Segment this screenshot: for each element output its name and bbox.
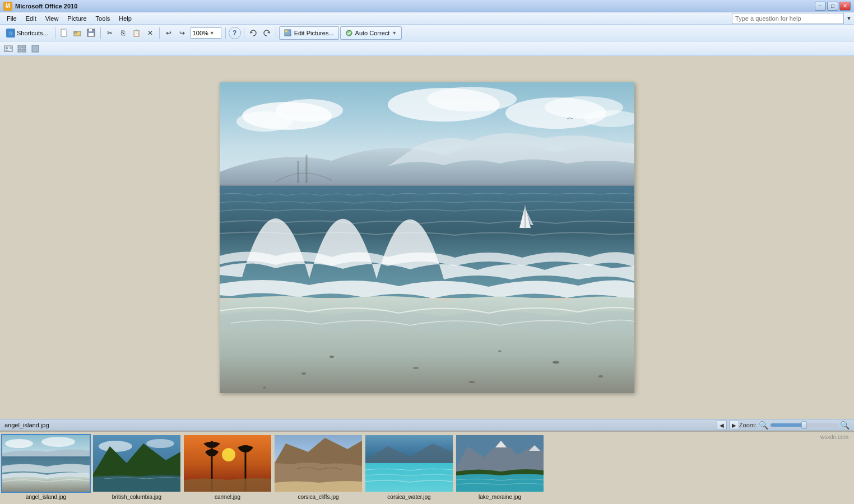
paste-button[interactable]: 📋 [131,27,143,39]
shortcuts-button[interactable]: ☆ Shortcuts... [2,27,52,39]
toolbar-main: ☆ Shortcuts... ✂ ⎘ 📋 ✕ ↩ ↪ 100% [0,25,854,41]
delete-button[interactable]: ✕ [144,27,156,39]
menu-view[interactable]: View [41,14,63,23]
svg-point-38 [498,350,502,352]
thumbnail-corsica-cliffs[interactable]: corsica_cliffs.jpg [273,434,363,500]
new-button[interactable] [58,27,71,39]
zoom-out-button[interactable]: 🔍 [759,421,768,430]
separator-2 [100,27,101,39]
svg-point-36 [329,356,334,358]
title-bar: M Microsoft Office 2010 − □ ✕ [0,0,854,12]
save-button[interactable] [85,27,98,39]
zoom-value: 100% [193,30,208,36]
help-dropdown-icon[interactable]: ▼ [846,15,852,21]
separator-6 [276,27,276,39]
undo-button[interactable]: ↩ [163,27,175,39]
toolbar2-btn1[interactable] [2,43,15,55]
thumb-label-british-columbia: british_columbia.jpg [112,494,161,500]
toolbar-secondary [0,41,854,56]
thumb-svg-angel-island [2,435,90,492]
toolbar2-btn3[interactable] [29,43,41,55]
thumb-svg-lake-moraine [456,435,544,492]
minimize-button[interactable]: − [815,2,826,11]
thumb-svg-british-columbia [93,435,180,492]
redo-button[interactable]: ↪ [176,27,188,39]
svg-point-24 [236,111,293,132]
thumbnail-carmel[interactable]: carmel.jpg [183,434,272,500]
separator-1 [55,27,55,39]
menu-help[interactable]: Help [114,14,136,23]
thumb-img-corsica-water [364,434,454,493]
thumb-svg-carmel [184,435,271,492]
shortcuts-icon: ☆ [6,29,15,38]
menu-picture[interactable]: Picture [63,14,91,23]
thumb-img-carmel [183,434,272,493]
menu-file[interactable]: File [2,14,21,23]
edit-pictures-icon [284,29,292,37]
app-icon: M [3,2,12,11]
svg-rect-6 [89,33,94,36]
thumbnail-british-columbia[interactable]: british_columbia.jpg [92,434,182,500]
rotate-right-button[interactable] [261,27,273,39]
window-title: Microsoft Office 2010 [15,3,815,10]
cut-button[interactable]: ✂ [104,27,116,39]
thumbnail-angel-island[interactable]: angel_island.jpg [1,434,91,500]
close-button[interactable]: ✕ [839,2,851,11]
svg-point-26 [427,87,517,111]
copy-button[interactable]: ⎘ [117,27,129,39]
zoom-thumb[interactable] [801,421,807,429]
watermark: wsxdn.com [820,434,848,440]
navigation-controls: ◀ ▶ [717,420,739,430]
svg-point-52 [222,448,235,461]
thumb-label-carmel: carmel.jpg [215,494,240,500]
menu-tools[interactable]: Tools [91,14,115,23]
separator-4 [225,27,226,39]
open-button[interactable] [72,27,84,39]
restore-button[interactable]: □ [827,2,838,11]
svg-point-41 [469,381,475,383]
svg-point-43 [263,386,266,388]
watermark-area: wsxdn.com [546,434,853,440]
zoom-box[interactable]: 100% ▼ [191,27,221,39]
svg-point-49 [99,441,132,452]
menu-edit[interactable]: Edit [21,14,41,23]
auto-correct-dropdown[interactable]: ▼ [392,30,397,36]
svg-rect-18 [18,49,21,52]
shortcuts-label: Shortcuts... [17,30,48,36]
svg-rect-19 [22,49,26,52]
edit-pictures-button[interactable]: Edit Pictures... [279,26,339,40]
svg-marker-7 [250,31,253,34]
help-input[interactable] [732,13,844,24]
zoom-controls: Zoom: 🔍 🔍 [739,421,850,430]
svg-point-42 [598,375,603,377]
help-button[interactable]: ? [229,27,241,39]
layout-icon [17,45,26,53]
zoom-dropdown-icon[interactable]: ▼ [210,30,215,36]
svg-rect-1 [65,29,67,31]
svg-point-45 [5,439,33,448]
rotate-left-button[interactable] [247,27,259,39]
rotate-right-icon [262,29,271,38]
nav-prev-button[interactable]: ◀ [717,420,727,430]
toolbar2-btn2[interactable] [16,43,28,55]
zoom-slider[interactable] [771,423,838,427]
edit-pictures-label: Edit Pictures... [294,30,334,36]
thumbnail-strip: angel_island.jpg [0,431,854,504]
thumb-img-british-columbia [92,434,182,493]
single-icon [31,45,40,53]
svg-point-37 [413,367,419,369]
thumb-label-corsica-water: corsica_water.jpg [387,494,430,500]
svg-point-13 [6,47,8,49]
thumbnail-corsica-water[interactable]: corsica_water.jpg [364,434,454,500]
main-image-svg [220,82,634,393]
status-bar: angel_island.jpg ◀ ▶ Zoom: 🔍 🔍 [0,419,854,431]
zoom-in-button[interactable]: 🔍 [840,421,850,430]
zoom-label: Zoom: [739,422,756,428]
auto-correct-button[interactable]: Auto Correct ▼ [340,26,402,40]
nav-next-button[interactable]: ▶ [729,420,739,430]
separator-5 [244,27,244,39]
thumbnail-lake-moraine[interactable]: lake_moraine.jpg [455,434,545,500]
thumb-img-lake-moraine [455,434,545,493]
help-area: ▼ [732,13,852,24]
svg-rect-3 [74,31,77,33]
